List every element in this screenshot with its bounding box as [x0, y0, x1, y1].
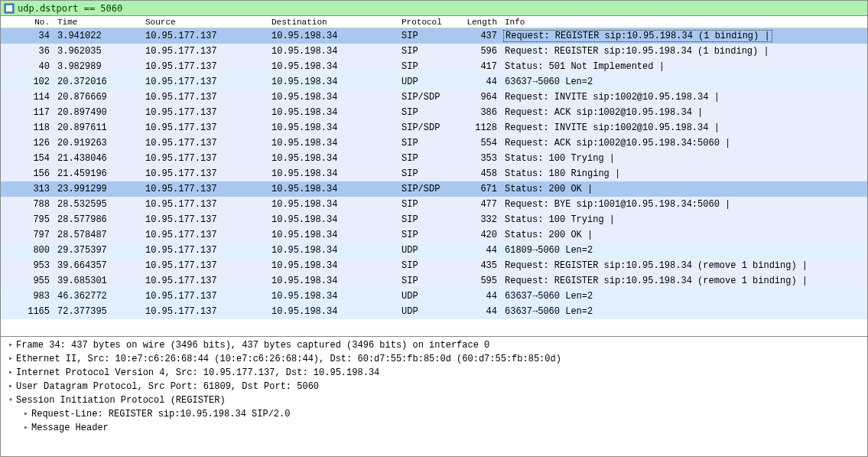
cell-info: Status: 200 OK | [502, 230, 867, 240]
expander-closed-icon[interactable]: ▸ [21, 407, 31, 421]
packet-rows[interactable]: 343.94102210.95.177.13710.95.198.34SIP43… [1, 28, 867, 319]
cell-proto: SIP [398, 46, 460, 57]
cell-time: 23.991299 [54, 184, 142, 194]
cell-dest: 10.95.198.34 [268, 260, 398, 271]
col-header-time[interactable]: Time [54, 18, 142, 27]
col-header-proto[interactable]: Protocol [398, 18, 460, 27]
packet-list-header[interactable]: No. Time Source Destination Protocol Len… [1, 16, 867, 28]
detail-tree-item[interactable]: ▸Ethernet II, Src: 10:e7:c6:26:68:44 (10… [5, 352, 863, 366]
cell-no: 118 [1, 122, 54, 133]
cell-no: 117 [1, 107, 54, 118]
cell-len: 595 [460, 276, 502, 286]
expander-closed-icon[interactable]: ▸ [21, 421, 31, 435]
cell-info: Request: INVITE sip:1002@10.95.198.34 | [502, 92, 867, 103]
detail-text: Message Header [31, 421, 109, 435]
cell-no: 114 [1, 92, 54, 103]
cell-dest: 10.95.198.34 [268, 92, 398, 103]
cell-proto: SIP [398, 107, 460, 118]
cell-source: 10.95.177.137 [142, 245, 268, 256]
cell-len: 44 [460, 291, 502, 302]
col-header-source[interactable]: Source [142, 18, 268, 27]
col-header-len[interactable]: Length [460, 18, 502, 27]
cell-len: 964 [460, 92, 502, 103]
cell-proto: UDP [398, 291, 460, 302]
cell-dest: 10.95.198.34 [268, 107, 398, 118]
packet-row[interactable]: 363.96203510.95.177.13710.95.198.34SIP59… [1, 44, 867, 59]
cell-source: 10.95.177.137 [142, 199, 268, 210]
packet-row[interactable]: 80029.37539710.95.177.13710.95.198.34UDP… [1, 243, 867, 258]
packet-row[interactable]: 95339.66435710.95.177.13710.95.198.34SIP… [1, 258, 867, 273]
packet-details-pane[interactable]: ▸Frame 34: 437 bytes on wire (3496 bits)… [1, 336, 867, 443]
col-header-dest[interactable]: Destination [268, 18, 398, 27]
cell-time: 20.372016 [54, 77, 142, 87]
detail-text: Internet Protocol Version 4, Src: 10.95.… [16, 366, 379, 380]
detail-tree-item[interactable]: ▸Message Header [5, 421, 863, 435]
cell-time: 20.919263 [54, 138, 142, 149]
cell-info: Status: 200 OK | [502, 184, 867, 194]
cell-len: 671 [460, 184, 502, 194]
detail-tree-item[interactable]: ▸Frame 34: 437 bytes on wire (3496 bits)… [5, 338, 863, 352]
filter-icon [4, 3, 15, 14]
cell-len: 332 [460, 214, 502, 225]
cell-proto: SIP/SDP [398, 92, 460, 103]
packet-row[interactable]: 116572.37739510.95.177.13710.95.198.34UD… [1, 304, 867, 319]
cell-proto: SIP [398, 276, 460, 286]
packet-row[interactable]: 10220.37201610.95.177.13710.95.198.34UDP… [1, 74, 867, 90]
cell-no: 955 [1, 276, 54, 286]
packet-row[interactable]: 11820.89761110.95.177.13710.95.198.34SIP… [1, 120, 867, 135]
cell-info: 63637→5060 Len=2 [502, 77, 867, 87]
display-filter-bar[interactable]: udp.dstport == 5060 [1, 1, 867, 16]
cell-source: 10.95.177.137 [142, 153, 268, 164]
cell-info: Request: REGISTER sip:10.95.198.34 (1 bi… [502, 46, 867, 57]
packet-row[interactable]: 79528.57798610.95.177.13710.95.198.34SIP… [1, 212, 867, 227]
packet-row[interactable]: 403.98298910.95.177.13710.95.198.34SIP41… [1, 59, 867, 74]
expander-closed-icon[interactable]: ▸ [5, 366, 16, 380]
expander-closed-icon[interactable]: ▸ [5, 338, 16, 352]
packet-row[interactable]: 12620.91926310.95.177.13710.95.198.34SIP… [1, 135, 867, 151]
cell-no: 1165 [1, 306, 54, 317]
col-header-no[interactable]: No. [1, 18, 54, 27]
packet-row[interactable]: 15421.43804610.95.177.13710.95.198.34SIP… [1, 151, 867, 166]
cell-info: Request: ACK sip:1002@10.95.198.34:5060 … [502, 138, 867, 149]
display-filter-text[interactable]: udp.dstport == 5060 [18, 3, 122, 14]
detail-tree-item[interactable]: ▸Internet Protocol Version 4, Src: 10.95… [5, 366, 863, 380]
cell-len: 44 [460, 306, 502, 317]
cell-time: 3.982989 [54, 61, 142, 72]
packet-row[interactable]: 343.94102210.95.177.13710.95.198.34SIP43… [1, 28, 867, 44]
packet-row[interactable]: 11720.89749010.95.177.13710.95.198.34SIP… [1, 105, 867, 120]
cell-proto: SIP [398, 199, 460, 210]
cell-time: 21.459196 [54, 168, 142, 179]
detail-tree-item[interactable]: ▸User Datagram Protocol, Src Port: 61809… [5, 380, 863, 393]
packet-row[interactable]: 11420.87666910.95.177.13710.95.198.34SIP… [1, 90, 867, 105]
packet-row[interactable]: 98346.36277210.95.177.13710.95.198.34UDP… [1, 289, 867, 304]
col-header-info[interactable]: Info [502, 18, 867, 27]
cell-no: 795 [1, 214, 54, 225]
packet-list-pane[interactable]: No. Time Source Destination Protocol Len… [1, 16, 867, 336]
cell-dest: 10.95.198.34 [268, 199, 398, 210]
cell-len: 554 [460, 138, 502, 149]
detail-tree-item[interactable]: ▾Session Initiation Protocol (REGISTER) [5, 393, 863, 407]
cell-dest: 10.95.198.34 [268, 276, 398, 286]
cell-no: 36 [1, 46, 54, 57]
packet-row[interactable]: 95539.68530110.95.177.13710.95.198.34SIP… [1, 273, 867, 289]
cell-dest: 10.95.198.34 [268, 138, 398, 149]
cell-proto: SIP [398, 153, 460, 164]
cell-source: 10.95.177.137 [142, 184, 268, 194]
cell-source: 10.95.177.137 [142, 306, 268, 317]
expander-closed-icon[interactable]: ▸ [5, 352, 16, 366]
packet-row[interactable]: 31323.99129910.95.177.13710.95.198.34SIP… [1, 181, 867, 197]
cell-source: 10.95.177.137 [142, 92, 268, 103]
cell-source: 10.95.177.137 [142, 122, 268, 133]
expander-open-icon[interactable]: ▾ [5, 393, 16, 407]
packet-row[interactable]: 78828.53259510.95.177.13710.95.198.34SIP… [1, 197, 867, 212]
expander-closed-icon[interactable]: ▸ [5, 380, 16, 393]
cell-info: Request: REGISTER sip:10.95.198.34 (remo… [502, 260, 867, 271]
cell-len: 420 [460, 230, 502, 240]
packet-row[interactable]: 79728.57848710.95.177.13710.95.198.34SIP… [1, 227, 867, 243]
detail-tree-item[interactable]: ▸Request-Line: REGISTER sip:10.95.198.34… [5, 407, 863, 421]
cell-time: 28.577986 [54, 214, 142, 225]
cell-no: 983 [1, 291, 54, 302]
cell-len: 477 [460, 199, 502, 210]
cell-time: 3.962035 [54, 46, 142, 57]
packet-row[interactable]: 15621.45919610.95.177.13710.95.198.34SIP… [1, 166, 867, 181]
